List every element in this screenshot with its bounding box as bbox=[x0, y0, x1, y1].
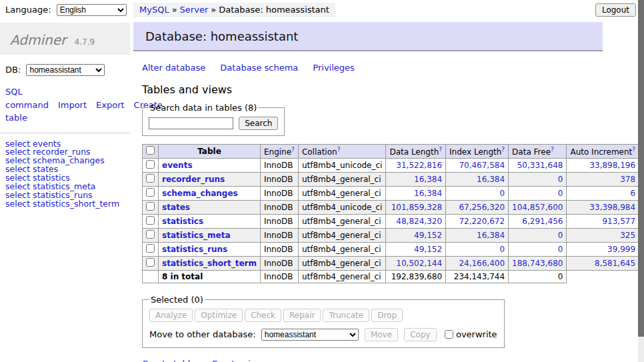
help-link[interactable]: ? bbox=[439, 146, 442, 153]
cell-table-name: events bbox=[159, 159, 261, 173]
column-header-index-length: Index Length? bbox=[446, 145, 509, 159]
tables-section-title: Tables and views bbox=[142, 83, 603, 96]
row-checkbox-cell bbox=[143, 215, 159, 229]
column-label: Table bbox=[197, 147, 221, 156]
cell-collation: utf8mb4_unicode_ci bbox=[298, 159, 386, 173]
column-header-table: Table bbox=[159, 145, 261, 159]
cell-table-name: statistics_meta bbox=[159, 229, 261, 243]
overwrite-checkbox[interactable] bbox=[445, 330, 453, 339]
create-links: Create tableCreate view bbox=[142, 359, 603, 362]
sidebar-action-1[interactable]: Import bbox=[58, 100, 87, 110]
table-name-link[interactable]: statistics_meta bbox=[162, 231, 231, 240]
main-content: MySQL»Server»Database: homeassistant Dat… bbox=[133, 0, 603, 362]
table-name-link[interactable]: events bbox=[162, 161, 193, 170]
cell-index-length: 24,166,400 bbox=[446, 257, 509, 271]
move-db-select[interactable]: homeassistant bbox=[261, 329, 359, 341]
help-link[interactable]: ? bbox=[337, 146, 341, 153]
row-checkbox[interactable] bbox=[146, 202, 155, 211]
move-button: Move bbox=[365, 328, 398, 341]
cell-data-length: 49,152 bbox=[386, 243, 446, 257]
row-checkbox[interactable] bbox=[146, 230, 155, 239]
table-name-link[interactable]: states bbox=[162, 203, 190, 212]
table-row: statesInnoDButf8mb4_unicode_ci101,859,32… bbox=[143, 201, 644, 215]
cell-index-length: 72,220,672 bbox=[446, 215, 509, 229]
table-name-link[interactable]: statistics_runs bbox=[162, 245, 227, 254]
cell-table-name: recorder_runs bbox=[159, 173, 261, 187]
selected-actions: AnalyzeOptimizeCheckRepairTruncateDrop bbox=[149, 309, 497, 322]
cell-data-free: 6,291,456 bbox=[509, 215, 567, 229]
cell-index-length: 0 bbox=[446, 187, 509, 201]
row-checkbox[interactable] bbox=[146, 216, 155, 225]
sidebar-table-link[interactable]: select statistics_short_term bbox=[5, 199, 119, 209]
breadcrumb-link[interactable]: MySQL bbox=[139, 5, 169, 15]
db-label: DB: bbox=[5, 65, 21, 75]
cell-auto-increment: 325 bbox=[567, 229, 639, 243]
cell-table-name: states bbox=[159, 201, 261, 215]
db-select[interactable]: homeassistant bbox=[26, 64, 105, 76]
cell-collation: utf8mb4_unicode_ci bbox=[298, 201, 386, 215]
table-row: eventsInnoDButf8mb4_unicode_ci31,522,816… bbox=[143, 159, 644, 173]
total-index-length: 234,143,744 bbox=[446, 271, 509, 283]
row-checkbox[interactable] bbox=[146, 244, 155, 253]
db-link-2[interactable]: Privileges bbox=[313, 63, 355, 73]
create-link-1[interactable]: Create view bbox=[211, 359, 263, 362]
cell-data-free: 50,331,648 bbox=[509, 159, 567, 173]
cell-data-length: 31,522,816 bbox=[386, 159, 446, 173]
help-link[interactable]: ? bbox=[632, 146, 635, 153]
row-checkbox-cell bbox=[143, 187, 159, 201]
search-input[interactable] bbox=[149, 117, 233, 129]
cell-table-name: statistics_runs bbox=[159, 243, 261, 257]
help-link[interactable]: ? bbox=[551, 146, 554, 153]
breadcrumb-separator: » bbox=[211, 5, 216, 15]
overwrite-option: overwrite bbox=[445, 329, 497, 339]
scrollbar-thumb[interactable] bbox=[638, 0, 644, 337]
total-collation: utf8mb4_general_ci bbox=[298, 271, 386, 283]
db-link-0[interactable]: Alter database bbox=[142, 63, 205, 73]
cell-auto-increment: 8,581,645 bbox=[567, 257, 639, 271]
search-button[interactable]: Search bbox=[239, 117, 278, 130]
row-checkbox[interactable] bbox=[146, 160, 155, 169]
total-data-length: 192,839,680 bbox=[386, 271, 446, 283]
row-checkbox[interactable] bbox=[146, 174, 155, 183]
column-header-data-length: Data Length? bbox=[386, 145, 446, 159]
cell-auto-increment: 33,898,196 bbox=[567, 159, 639, 173]
table-name-link[interactable]: recorder_runs bbox=[162, 175, 225, 184]
row-checkbox-cell bbox=[143, 159, 159, 173]
logout-button[interactable]: Logout bbox=[595, 3, 636, 17]
sidebar-action-2[interactable]: Export bbox=[96, 100, 125, 110]
column-label: Data Free bbox=[512, 147, 551, 157]
vertical-scrollbar[interactable] bbox=[638, 0, 644, 362]
sidebar-action-0[interactable]: SQL command bbox=[5, 87, 49, 110]
sidebar-table-link-item: select statistics_short_term bbox=[5, 200, 130, 209]
breadcrumb-link[interactable]: Server bbox=[180, 5, 209, 15]
total-label: 8 in total bbox=[159, 271, 261, 283]
row-checkbox[interactable] bbox=[146, 188, 155, 197]
table-name-link[interactable]: schema_changes bbox=[162, 189, 238, 198]
table-name-link[interactable]: statistics_short_term bbox=[162, 259, 257, 268]
cell-table-name: statistics bbox=[159, 215, 261, 229]
help-link[interactable]: ? bbox=[291, 146, 295, 153]
select-all-checkbox[interactable] bbox=[146, 146, 155, 155]
cell-data-length: 48,824,320 bbox=[386, 215, 446, 229]
breadcrumb: MySQL»Server»Database: homeassistant bbox=[133, 3, 335, 17]
row-checkbox[interactable] bbox=[146, 258, 155, 267]
create-link-0[interactable]: Create table bbox=[142, 359, 195, 362]
cell-auto-increment: 39,999 bbox=[567, 243, 639, 257]
row-checkbox-cell bbox=[143, 201, 159, 215]
breadcrumb-separator: » bbox=[172, 5, 177, 15]
app-version: 4.7.9 bbox=[75, 37, 95, 47]
column-header-engine: Engine? bbox=[260, 145, 298, 159]
table-name-link[interactable]: statistics bbox=[162, 217, 203, 226]
app-name: Adminer bbox=[10, 32, 66, 48]
cell-engine: InnoDB bbox=[260, 159, 298, 173]
table-row: statisticsInnoDButf8mb4_general_ci48,824… bbox=[143, 215, 644, 229]
cell-collation: utf8mb4_general_ci bbox=[298, 215, 386, 229]
total-empty-cell bbox=[143, 271, 159, 283]
cell-index-length: 16,384 bbox=[446, 229, 509, 243]
table-total-row: 8 in totalInnoDButf8mb4_general_ci192,83… bbox=[143, 271, 644, 283]
help-link[interactable]: ? bbox=[501, 146, 505, 153]
language-select[interactable]: English bbox=[57, 4, 127, 16]
analyze-button: Analyze bbox=[149, 309, 193, 322]
db-link-1[interactable]: Database schema bbox=[220, 63, 298, 73]
move-label: Move to other database: bbox=[149, 329, 256, 339]
